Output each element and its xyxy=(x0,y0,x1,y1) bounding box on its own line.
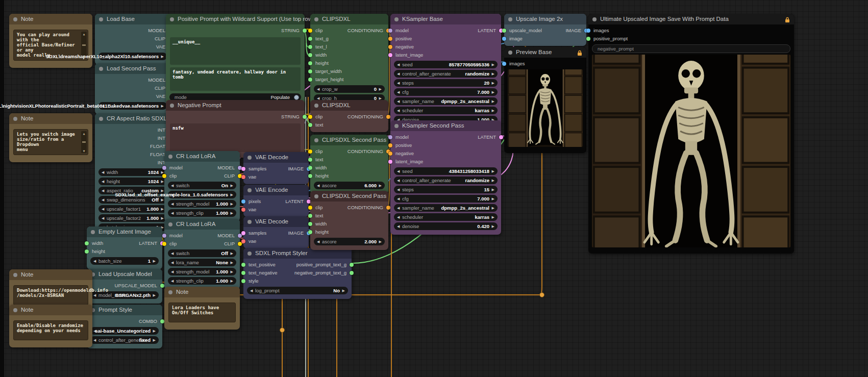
right-arrow-icon[interactable]: ▶ xyxy=(161,214,164,222)
node-title-bar[interactable]: CR Load LoRA xyxy=(164,151,240,162)
widget-lora_name[interactable]: ◀SDXL\sd_xl_offset_example-lora_1.0.safe… xyxy=(168,191,236,198)
right-arrow-icon[interactable]: ▶ xyxy=(231,191,233,198)
input-slot-clip[interactable] xyxy=(308,115,312,119)
input-slot-height[interactable] xyxy=(85,249,89,254)
input-slot-clip[interactable] xyxy=(308,206,312,210)
node-title-bar[interactable]: Positive Prompt with Wildcard Support (U… xyxy=(166,14,305,24)
scroll-up-icon[interactable]: ▲ xyxy=(83,32,85,36)
widget-sampler_name[interactable]: ◀sampler_namedpmpp_2s_ancestral▶ xyxy=(394,204,498,212)
left-arrow-icon[interactable]: ◀ xyxy=(102,178,104,185)
input-slot-model[interactable] xyxy=(388,135,392,139)
collapse-dot-icon[interactable] xyxy=(247,252,252,256)
input-slot-target_height[interactable] xyxy=(308,78,312,82)
widget-strength_clip[interactable]: ◀strength_clip1.000▶ xyxy=(168,277,236,285)
node-empty-latent-image[interactable]: Empty Latent ImagewidthLATENTheight◀batc… xyxy=(87,227,162,269)
scrollbar[interactable]: ▲▼ xyxy=(81,131,87,153)
input-slot-samples[interactable] xyxy=(241,167,245,171)
lock-icon[interactable] xyxy=(577,49,583,60)
right-arrow-icon[interactable]: ▶ xyxy=(231,209,233,217)
input-slot-upscale_model[interactable] xyxy=(502,29,506,33)
widget-control_after_generate[interactable]: ◀control_after_generatefixed▶ xyxy=(90,336,159,344)
node-clipsdxl-second-neg[interactable]: CLIPSDXL Second PassclipCONDITIONINGtext… xyxy=(310,191,388,250)
widget-negative_prompt[interactable]: negative_prompt xyxy=(592,44,790,53)
reroute-dot[interactable] xyxy=(540,293,544,297)
node-title-bar[interactable]: VAE Decode xyxy=(243,216,309,227)
collapse-dot-icon[interactable] xyxy=(13,117,17,121)
left-arrow-icon[interactable]: ◀ xyxy=(171,268,173,275)
input-slot-height[interactable] xyxy=(308,174,312,178)
note-text-box[interactable]: Lora Loaders have On/Off Switches xyxy=(168,303,236,322)
widget-seed[interactable]: ◀seed438431258033418▶ xyxy=(394,167,498,175)
input-slot-model[interactable] xyxy=(162,166,166,170)
widget-ckpt_name[interactable]: ◀SDXL\dreamshaperXL10_alpha2Xl10.safeten… xyxy=(98,53,167,60)
right-arrow-icon[interactable]: ▶ xyxy=(342,287,345,294)
node-title-bar[interactable]: Load Upscale Model xyxy=(87,269,162,280)
right-arrow-icon[interactable]: ▶ xyxy=(153,327,156,335)
node-graph-canvas[interactable]: NoteYou can play around with the officia… xyxy=(0,0,868,377)
widget-ascore[interactable]: ◀ascore6.000▶ xyxy=(314,182,385,189)
widget-switch[interactable]: ◀switchOff▶ xyxy=(168,249,236,257)
input-slot-pixels[interactable] xyxy=(241,199,245,204)
lock-icon[interactable] xyxy=(784,16,790,27)
node-ksampler-second-pass[interactable]: KSampler Second PassmodelLATENTpositiven… xyxy=(390,120,501,235)
input-slot-vae[interactable] xyxy=(241,208,245,212)
left-arrow-icon[interactable]: ◀ xyxy=(397,195,400,203)
node-ultimate-save[interactable]: Ultimate Upscaled Image Save With Prompt… xyxy=(588,14,794,254)
widget-height[interactable]: ◀height1024▶ xyxy=(98,178,167,185)
node-title-bar[interactable]: Note xyxy=(9,269,92,280)
input-slot-style[interactable] xyxy=(241,279,245,283)
note-text-box[interactable]: Enable/Disable randomize depending on yo… xyxy=(13,320,88,340)
widget-sampler_name[interactable]: ◀sampler_namedpmpp_2s_ancestral▶ xyxy=(394,97,498,105)
node-sdxl-prompt-styler[interactable]: SDXL Prompt Stylertext_positivepositive_… xyxy=(243,248,352,299)
input-slot-text_g[interactable] xyxy=(308,37,312,41)
widget-lora_name[interactable]: ◀lora_nameNone▶ xyxy=(168,259,236,266)
widget-upscale_factor2[interactable]: ◀upscale_factor21.000▶ xyxy=(98,214,167,222)
input-slot-negative[interactable] xyxy=(388,152,392,156)
left-arrow-icon[interactable]: ◀ xyxy=(397,88,400,96)
node-prompt-style[interactable]: Prompt StyleCOMBO◀sai-base_Uncategorized… xyxy=(87,305,162,348)
node-title-bar[interactable]: CLIPSDXL Second Pass xyxy=(310,135,388,145)
input-slot-text_positive[interactable] xyxy=(241,263,245,267)
right-arrow-icon[interactable]: ▶ xyxy=(492,186,494,193)
node-preview-base[interactable]: Preview Baseimages xyxy=(504,47,586,153)
input-slot-height[interactable] xyxy=(308,230,312,234)
left-arrow-icon[interactable]: ◀ xyxy=(171,259,173,266)
left-arrow-icon[interactable]: ◀ xyxy=(397,70,400,78)
note-text-box[interactable]: Lets you switch image size/ratio from a … xyxy=(13,129,88,155)
right-arrow-icon[interactable]: ▶ xyxy=(492,177,494,184)
node-load-base[interactable]: Load BaseMODELCLIPVAE◀SDXL\dreamshaperXL… xyxy=(95,14,170,65)
collapse-dot-icon[interactable] xyxy=(247,156,252,160)
collapse-dot-icon[interactable] xyxy=(170,17,174,21)
widget-cfg[interactable]: ◀cfg7.000▶ xyxy=(394,195,498,203)
collapse-dot-icon[interactable] xyxy=(91,230,95,234)
input-slot-latent_image[interactable] xyxy=(388,160,392,164)
node-title-bar[interactable]: Prompt Style xyxy=(87,305,162,315)
input-slot-text[interactable] xyxy=(308,214,312,218)
node-note-aspect[interactable]: NoteLets you switch image size/ratio fro… xyxy=(9,113,92,162)
right-arrow-icon[interactable]: ▶ xyxy=(231,182,233,189)
right-arrow-icon[interactable]: ▶ xyxy=(379,85,382,93)
left-arrow-icon[interactable]: ◀ xyxy=(171,200,173,208)
collapse-dot-icon[interactable] xyxy=(508,51,512,55)
right-arrow-icon[interactable]: ▶ xyxy=(492,167,494,175)
node-cr-load-lora-2[interactable]: CR Load LoRAmodelMODELclipCLIP◀switchOff… xyxy=(164,219,240,289)
input-slot-samples[interactable] xyxy=(241,231,245,235)
node-title-bar[interactable]: Load Base xyxy=(95,14,170,24)
right-arrow-icon[interactable]: ▶ xyxy=(161,102,164,110)
left-arrow-icon[interactable]: ◀ xyxy=(397,222,400,230)
right-arrow-icon[interactable]: ▶ xyxy=(153,257,156,265)
right-arrow-icon[interactable]: ▶ xyxy=(492,70,494,78)
note-text-box[interactable]: Download:https://openmodeldb.info /model… xyxy=(13,285,88,305)
widget-strength_model[interactable]: ◀strength_model1.000▶ xyxy=(168,268,236,275)
prompt-textarea[interactable]: __unique__ xyxy=(170,37,301,65)
output-slot-COMBO[interactable] xyxy=(160,319,164,323)
widget-upscale_factor1[interactable]: ◀upscale_factor11.000▶ xyxy=(98,205,167,213)
left-arrow-icon[interactable]: ◀ xyxy=(102,187,104,194)
node-title-bar[interactable]: CLIPSDXL xyxy=(310,100,388,111)
node-load-upscale-model[interactable]: Load Upscale ModelUPSCALE_MODEL◀model_na… xyxy=(87,269,162,304)
left-arrow-icon[interactable]: ◀ xyxy=(317,85,319,93)
output-slot-CONDITIONING[interactable] xyxy=(386,206,390,210)
node-upscale-image-2x[interactable]: Upscale Image 2xupscale_modelIMAGEimage xyxy=(504,14,586,46)
right-arrow-icon[interactable]: ▶ xyxy=(231,277,233,285)
collapse-dot-icon[interactable] xyxy=(13,17,17,21)
